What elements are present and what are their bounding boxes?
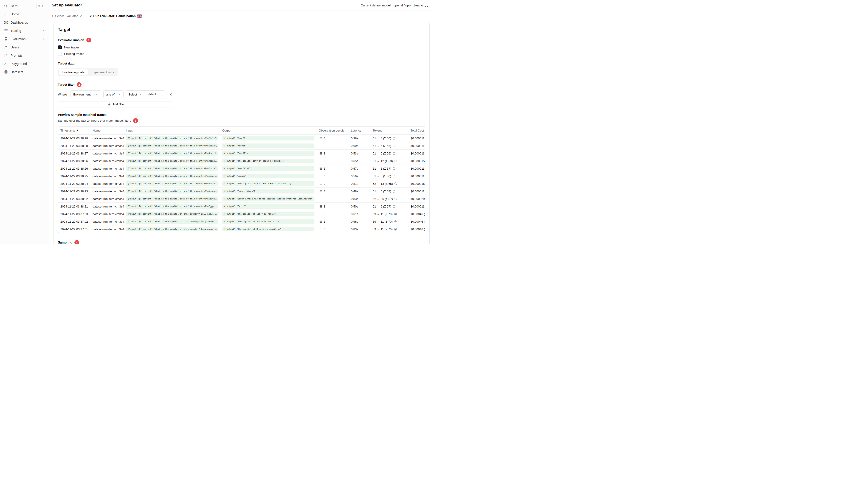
check-icon [79,14,82,18]
info-icon[interactable] [394,160,397,163]
cell-timestamp: 2024-11-22 03:37:02 [58,218,90,225]
remove-filter-button[interactable] [167,91,174,98]
table-row[interactable]: 2024-11-22 03:38:23 dataset-run-item-cm3… [58,188,425,195]
column-header-tokens[interactable]: Tokens [370,127,408,134]
table-row[interactable]: 2024-11-22 03:38:22 dataset-run-item-cm3… [58,195,425,203]
checkbox-new-traces[interactable]: New traces [58,45,425,50]
input-preview: {"input":[{"content":"What is the capita… [126,189,218,194]
step-select-evaluator[interactable]: 1. Select Evaluator [52,14,82,18]
tab-live-tracing-data[interactable]: Live tracing data [59,69,88,75]
observation-levels-icon [319,227,322,231]
users-icon [4,45,8,50]
tab-experiment-runs[interactable]: Experiment runs [88,69,117,75]
cell-latency: 0.61s [348,210,370,218]
cell-observation-levels: 3 [316,195,348,203]
input-preview: {"input":[{"content":"What is the capita… [126,174,218,178]
info-icon[interactable] [394,197,397,200]
info-icon[interactable] [394,182,397,185]
cell-input: {"input":[{"content":"What is the capita… [124,150,220,157]
output-preview: {"output":"The capital of Spain is Madri… [222,219,314,224]
table-row[interactable]: 2024-11-22 03:37:03 dataset-run-item-cm3… [58,210,425,218]
observation-levels-icon [319,182,322,186]
cell-latency: 0.50s [348,172,370,180]
column-header-total-cost[interactable]: Total Cost [408,127,425,134]
info-icon[interactable] [394,228,397,231]
observation-count: 3 [324,167,326,170]
info-icon[interactable] [393,137,396,140]
sidebar-item-datasets[interactable]: Datasets [2,68,47,76]
default-model-value: openai / gpt-4.1-nano [394,4,423,7]
cell-latency: 0.83s [348,225,370,233]
column-header-observation-levels[interactable]: Observation Levels [316,127,348,134]
table-row[interactable]: 2024-11-22 03:38:26 dataset-run-item-cm3… [58,157,425,165]
table-row[interactable]: 2024-11-22 03:38:28 dataset-run-item-cm3… [58,134,425,142]
info-icon[interactable] [394,220,397,223]
column-header-name[interactable]: Name [90,127,124,134]
cell-input: {"input":[{"content":"What is the capita… [124,142,220,150]
table-row[interactable]: 2024-11-22 03:38:25 dataset-run-item-cm3… [58,172,425,180]
info-icon[interactable] [394,213,397,216]
token-usage: 59 → 11 (Σ 70) [373,227,393,231]
cell-name: dataset-run-item-cm3s4 [90,180,124,188]
output-preview: {"output":"Buenos Aires"} [222,189,314,194]
filter-row: Where Environment any of [58,91,425,98]
cell-output: {"output":"Brazil"} [220,150,316,157]
cell-observation-levels: 3 [316,218,348,225]
info-icon[interactable] [393,175,396,178]
cell-tokens: 51 → 5 (Σ 56) [370,172,408,180]
step-badge-2: 2 [77,82,82,87]
add-filter-button[interactable]: Add filter [58,101,174,107]
pencil-icon[interactable] [425,4,429,7]
sidebar-item-playground[interactable]: Playground [2,60,47,68]
table-row[interactable]: 2024-11-22 03:38:21 dataset-run-item-cm3… [58,203,425,210]
cell-output: {"output":"Rome"} [220,134,316,142]
cell-output: {"output":"The capital of Spain is Madri… [220,218,316,225]
info-icon[interactable] [393,205,396,208]
checkbox-label: Existing traces [64,52,84,56]
table-row[interactable]: 2024-11-22 03:38:26 dataset-run-item-cm3… [58,165,425,172]
nav-label: Home [10,12,19,16]
column-header-latency[interactable]: Latency [348,127,370,134]
datasets-icon [4,70,8,74]
column-header-input[interactable]: Input [124,127,220,134]
info-icon[interactable] [393,144,396,148]
info-icon[interactable] [393,152,396,155]
table-row[interactable]: 2024-11-22 03:37:01 dataset-run-item-cm3… [58,225,425,233]
info-icon[interactable] [393,167,396,170]
column-header-timestamp[interactable]: Timestamp▼ [58,127,90,134]
cell-latency: 0.65s [348,157,370,165]
sidebar-item-dashboards[interactable]: Dashboards [2,19,47,27]
step-badge-3: 3 [133,118,138,123]
filter-value-select[interactable]: Select default [126,91,165,98]
table-row[interactable]: 2024-11-22 03:37:02 dataset-run-item-cm3… [58,218,425,225]
table-row[interactable]: 2024-11-22 03:38:28 dataset-run-item-cm3… [58,142,425,150]
filter-column-select[interactable]: Environment [70,91,101,98]
checkbox-existing-traces[interactable]: Existing traces [58,52,425,56]
filter-column-value: Environment [73,93,91,96]
cell-timestamp: 2024-11-22 03:38:23 [58,188,90,195]
table-row[interactable]: 2024-11-22 03:38:24 dataset-run-item-cm3… [58,180,425,188]
sidebar-item-tracing[interactable]: Tracing [2,27,47,35]
cell-total-cost: $0.000016 ( [408,180,425,188]
observation-count: 3 [324,152,326,155]
info-icon[interactable] [393,190,396,193]
sidebar-item-users[interactable]: Users [2,43,47,52]
cell-input: {"input":[{"content":"What is the capita… [124,180,220,188]
sidebar-item-evaluation[interactable]: Evaluation [2,35,47,43]
sidebar-item-home[interactable]: Home [2,10,47,19]
app-root: Go to... ⌘ K Home Dashboards Tracing Eva… [0,0,434,244]
cell-input: {"input":[{"content":"What is the capita… [124,157,220,165]
goto-search[interactable]: Go to... ⌘ K [2,2,47,10]
sidebar-item-prompts[interactable]: Prompts [2,52,47,60]
column-header-output[interactable]: Output [220,127,316,134]
table-row[interactable]: 2024-11-22 03:38:27 dataset-run-item-cm3… [58,150,425,157]
shortcut-badge: ⌘ K [36,4,45,8]
topbar: Set up evaluator Current default model: … [49,0,434,11]
token-usage: 51 → 5 (Σ 56) [373,137,391,140]
cell-timestamp: 2024-11-22 03:38:27 [58,150,90,157]
sort-desc-icon[interactable]: ▼ [76,130,78,132]
cell-timestamp: 2024-11-22 03:38:24 [58,180,90,188]
filter-operator-select[interactable]: any of [103,91,124,98]
observation-levels-icon [319,159,322,163]
step-badge-4: 4 [74,240,79,244]
